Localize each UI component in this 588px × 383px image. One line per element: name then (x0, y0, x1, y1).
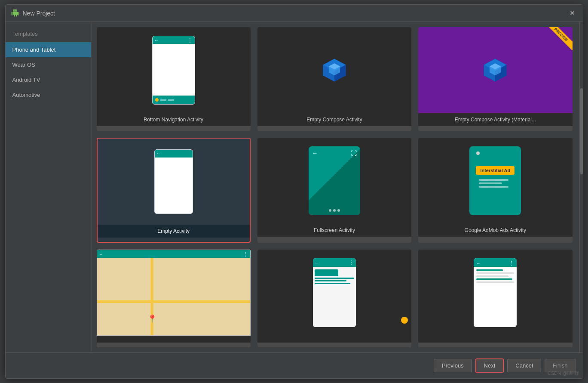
fullscreen-phone-mockup: ← ⛶ (309, 146, 360, 215)
sidebar-item-phone-tablet[interactable]: Phone and Tablet (6, 42, 91, 57)
admob-dot (476, 151, 480, 155)
svg-rect-13 (97, 300, 250, 303)
bottom-nav-thumbnail: ← ⋮ (97, 27, 251, 113)
ad-line-3 (479, 186, 508, 188)
map-svg (97, 258, 250, 335)
phone-mockup-bottom-nav: ← ⋮ (152, 36, 195, 105)
sidebar-item-android-tv[interactable]: Android TV (6, 72, 91, 87)
map-thumbnail: ← ⋮ 📍 (97, 250, 251, 336)
scroll-phone-bar: ← ⋮ (474, 258, 517, 267)
previous-button[interactable]: Previous (434, 359, 472, 372)
scrollbar-track[interactable] (579, 22, 583, 352)
scroll-bar-arrow-icon: ← (476, 261, 481, 266)
bottom-nav-label: Bottom Navigation Activity (97, 113, 251, 126)
sidebar: Templates Phone and Tablet Wear OS Andro… (6, 22, 92, 352)
preview-ribbon: PREVIEW (547, 27, 573, 50)
template-card-empty-compose[interactable]: Empty Compose Activity (257, 27, 411, 131)
scrollbar-thumb[interactable] (580, 88, 583, 174)
ad-label-box: Interstitial Ad (476, 166, 514, 175)
ad-line-1 (479, 179, 508, 181)
template-card-admob[interactable]: Interstitial Ad Google AdMob Ads Activit… (418, 138, 572, 243)
nav-strip-phone-mockup: ← ⋮ (313, 258, 356, 327)
svg-rect-14 (150, 258, 153, 335)
bnav-dot (155, 98, 159, 102)
cancel-button[interactable]: Cancel (507, 359, 541, 372)
bar-dots-icon: ⋮ (187, 37, 193, 43)
preview-ribbon-container: PREVIEW (547, 27, 573, 53)
fullscreen-thumbnail: ← ⛶ (257, 138, 411, 224)
fullscreen-back-arrow: ← (312, 150, 318, 157)
ad-lines (479, 179, 512, 188)
nav-line-1 (315, 278, 354, 279)
nav-strip-thumbnail: ← ⋮ (257, 250, 411, 336)
title-bar: New Project ✕ (6, 5, 583, 22)
scroll-line-2 (476, 272, 514, 274)
empty-compose-material-thumbnail: PREVIEW (418, 27, 572, 113)
bnav-bar-2 (168, 99, 174, 101)
map-bar-dots-icon: ⋮ (243, 251, 248, 257)
cube-container-material (478, 53, 512, 87)
sidebar-item-wear-os[interactable]: Wear OS (6, 57, 91, 72)
nav-strip-arrow-icon: ← (315, 260, 319, 265)
empty-activity-label: Empty Activity (98, 225, 250, 238)
map-bar-arrow-icon: ← (99, 252, 103, 256)
map-phone-mockup: ← ⋮ 📍 (97, 250, 251, 336)
scroll-bar-inner: ← ⋮ (474, 258, 517, 268)
map-body: 📍 📍 (97, 258, 250, 335)
ad-line-2 (479, 182, 502, 184)
map-pin-emoji: 📍 (147, 314, 157, 324)
scroll-line-3 (476, 275, 508, 277)
scroll-line-1 (476, 269, 503, 271)
template-card-map[interactable]: ← ⋮ 📍 (97, 250, 251, 347)
phone-top-bar: ← ⋮ (153, 36, 195, 44)
bar-arrow-icon: ← (154, 38, 159, 43)
next-button[interactable]: Next (475, 358, 504, 373)
template-card-nav-strip[interactable]: ← ⋮ (257, 250, 411, 347)
main-content: ← ⋮ Bottom Navigation Activity (92, 22, 579, 352)
scroll-bar-dots-icon: ⋮ (509, 260, 514, 266)
bnav-bar-1 (160, 99, 166, 101)
empty-activity-thumbnail: ← (98, 139, 250, 225)
template-card-empty-activity[interactable]: ← Empty Activity (97, 138, 251, 243)
nav-strip-label (257, 336, 411, 343)
dialog-body: Templates Phone and Tablet Wear OS Andro… (6, 22, 583, 352)
svg-rect-12 (97, 258, 250, 335)
scroll-body (474, 267, 517, 327)
sidebar-section-label: Templates (6, 29, 91, 42)
sidebar-item-automotive[interactable]: Automotive (6, 87, 91, 102)
empty-compose-material-label: Empty Compose Activity (Material... (418, 113, 572, 126)
nav-line-2 (315, 280, 346, 281)
fullscreen-label: Fullscreen Activity (257, 224, 411, 237)
cube-icon-material (480, 55, 510, 85)
admob-thumbnail: Interstitial Ad (418, 138, 572, 224)
dialog-title: New Project (23, 10, 567, 17)
template-card-scroll[interactable]: ← ⋮ (418, 250, 572, 347)
dot-1 (329, 209, 331, 212)
scroll-label (418, 336, 572, 343)
scroll-thumbnail: ← ⋮ (418, 250, 572, 336)
scroll-line-5 (476, 281, 514, 283)
nav-line-3 (315, 283, 350, 284)
admob-card-mockup: Interstitial Ad (469, 146, 521, 215)
bar-arrow-empty-icon: ← (156, 151, 161, 156)
nav-strip-body (313, 267, 356, 327)
template-card-bottom-nav[interactable]: ← ⋮ Bottom Navigation Activity (97, 27, 251, 131)
bottom-nav-bar (153, 96, 195, 104)
cube-icon (319, 55, 349, 85)
new-project-dialog: New Project ✕ Templates Phone and Tablet… (5, 4, 583, 379)
phone-dots-bottom (329, 209, 340, 212)
templates-grid: ← ⋮ Bottom Navigation Activity (97, 27, 574, 347)
empty-compose-thumbnail (257, 27, 411, 113)
scroll-phone-mockup: ← ⋮ (474, 258, 517, 327)
close-button[interactable]: ✕ (567, 8, 578, 18)
map-label (97, 336, 251, 343)
phone-mockup-empty: ← (154, 149, 193, 214)
android-icon (11, 9, 19, 18)
nav-strip-dots-icon: ⋮ (349, 259, 354, 266)
watermark: CSDN @II星野 (548, 370, 579, 377)
template-card-fullscreen[interactable]: ← ⛶ Fullscreen Activity (257, 138, 411, 243)
admob-label: Google AdMob Ads Activity (418, 224, 572, 237)
template-card-empty-compose-material[interactable]: PREVIEW (418, 27, 572, 131)
scroll-line-4 (476, 278, 512, 280)
nav-strip-highlight (315, 269, 338, 276)
